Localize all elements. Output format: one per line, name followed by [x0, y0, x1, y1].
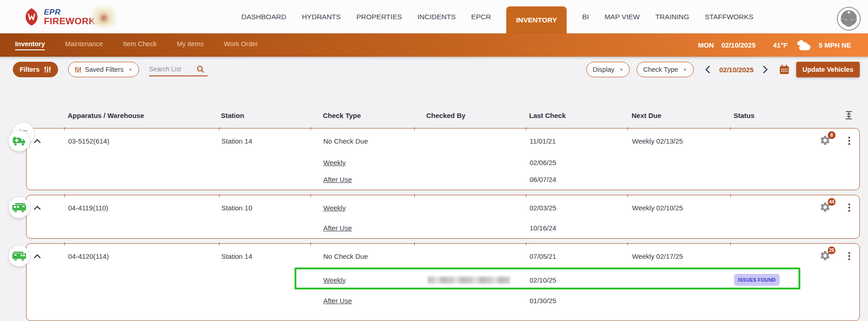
filters-button-label: Filters: [20, 66, 40, 73]
issue-count-badge: 44: [828, 198, 836, 206]
table-subrow-highlighted: Weekly 02/10/25 ISSUES FOUND: [27, 268, 859, 291]
row-menu-button[interactable]: [838, 135, 860, 147]
gear-icon[interactable]: 44: [818, 201, 832, 214]
weather-date: 02/10/2025: [721, 41, 755, 49]
display-label: Display: [593, 66, 615, 73]
check-type-value: No Check Due: [311, 252, 414, 260]
header-apparatus: Apparatus / Warehouse: [64, 112, 219, 119]
station-name: Station 14: [219, 137, 311, 145]
subnav-maintenance[interactable]: Maintenance: [65, 40, 103, 50]
collapse-caret[interactable]: [27, 206, 64, 210]
sliders-icon: [75, 66, 81, 73]
check-type-dropdown[interactable]: Check Type ▼: [637, 62, 693, 77]
ambulance-icon: [9, 130, 30, 151]
apparatus-table: Apparatus / Warehouse Station Check Type…: [0, 102, 868, 321]
nav-hydrants[interactable]: HYDRANTS: [302, 13, 341, 21]
expand-rows-icon[interactable]: [837, 111, 860, 120]
nav-training[interactable]: TRAINING: [655, 13, 689, 21]
chevron-down-icon: ▼: [619, 67, 624, 72]
last-check-value: 06/07/24: [526, 176, 627, 183]
chevron-down-icon: ▼: [683, 67, 687, 72]
cloud-icon: [795, 40, 811, 51]
apparatus-card-3: 04-4120(114) Station 14 No Check Due 07/…: [26, 243, 860, 321]
nav-staffworks[interactable]: STAFFWORKS: [705, 13, 754, 21]
subnav-inventory[interactable]: Inventory: [15, 40, 45, 50]
last-check-value: 10/16/24: [526, 224, 627, 232]
apparatus-name[interactable]: 03-5152(614): [64, 137, 219, 145]
table-subrow: After Use 06/07/24: [27, 171, 859, 190]
apparatus-name[interactable]: 04-4120(114): [64, 252, 219, 260]
table-header-row: Apparatus / Warehouse Station Check Type…: [26, 102, 860, 128]
weather-strip: MON 02/10/2025 41°F 5 MPH NE: [698, 40, 851, 51]
gear-icon[interactable]: 8: [818, 134, 832, 148]
table-subrow: After Use 10/16/24: [27, 220, 859, 238]
chevron-down-icon: ▼: [128, 67, 133, 72]
nav-bi[interactable]: BI: [582, 13, 589, 21]
issue-count-badge: 25: [828, 246, 836, 254]
inventory-sub-nav: Inventory Maintenance Item Check My Item…: [0, 33, 868, 57]
check-type-value: No Check Due: [311, 137, 414, 145]
table-subrow: Weekly 02/06/25: [27, 153, 859, 171]
row-menu-button[interactable]: [838, 202, 860, 214]
weather-day: MON: [698, 41, 714, 49]
next-due-value: Weekly 02/17/25: [627, 252, 730, 260]
apparatus-card-1: 03-5152(614) Station 14 No Check Due 11/…: [26, 128, 860, 190]
next-day-chevron[interactable]: [763, 65, 768, 74]
date-navigator: 02/10/2025: [705, 65, 768, 74]
subnav-my-items[interactable]: My Items: [177, 40, 204, 50]
nav-map-view[interactable]: MAP VIEW: [605, 13, 640, 21]
check-type-link[interactable]: Weekly: [323, 276, 346, 284]
nav-inventory-active[interactable]: INVENTORY: [506, 6, 567, 33]
sliders-icon: [44, 66, 51, 73]
display-dropdown[interactable]: Display ▼: [586, 62, 630, 77]
check-type-link[interactable]: After Use: [323, 224, 352, 232]
issue-count-badge: 8: [828, 131, 836, 139]
weather-temp: 41°F: [773, 41, 788, 49]
table-row: 04-4120(114) Station 14 No Check Due 07/…: [27, 244, 859, 268]
calendar-icon[interactable]: [779, 64, 789, 75]
fire-truck-icon: [9, 246, 30, 267]
subnav-item-check[interactable]: Item Check: [123, 40, 156, 50]
saved-filters-dropdown[interactable]: Saved Filters ▼: [68, 62, 139, 77]
header-check-type: Check Type: [310, 112, 414, 119]
subnav-work-order[interactable]: Work Order: [224, 40, 258, 50]
firefighter-avatar-icon[interactable]: [836, 6, 862, 32]
header-last-check: Last Check: [525, 112, 627, 119]
weather-wind: 5 MPH NE: [819, 41, 851, 49]
saved-filters-label: Saved Filters: [85, 66, 124, 73]
last-check-value: 07/05/21: [526, 252, 627, 260]
nav-dashboard[interactable]: DASHBOARD: [241, 13, 286, 21]
selected-date[interactable]: 02/10/2025: [719, 66, 754, 74]
search-icon[interactable]: [197, 65, 204, 73]
nav-epcr[interactable]: EPCR: [471, 13, 491, 21]
update-vehicles-button[interactable]: Update Vehicles: [796, 62, 860, 77]
flame-shield-icon: [24, 8, 39, 26]
app-logo[interactable]: EPR FIREWORKS: [24, 8, 102, 26]
check-type-link[interactable]: Weekly: [323, 204, 346, 212]
checked-by-redacted: [428, 277, 510, 284]
next-due-value: Weekly 02/10/25: [627, 204, 730, 212]
apparatus-card-2: 04-4119(110) Station 10 Weekly 02/03/25 …: [26, 195, 860, 239]
filters-button[interactable]: Filters: [13, 62, 58, 77]
collapse-caret[interactable]: [27, 254, 64, 258]
check-type-link[interactable]: Weekly: [323, 159, 346, 166]
previous-day-chevron[interactable]: [705, 65, 710, 74]
search-input[interactable]: [149, 65, 197, 73]
table-subrow: After Use 01/30/25: [27, 291, 859, 310]
table-row: 04-4119(110) Station 10 Weekly 02/03/25 …: [27, 195, 859, 220]
header-station: Station: [219, 112, 310, 119]
header-checked-by: Checked By: [414, 112, 525, 119]
main-navigation: DASHBOARD HYDRANTS PROPERTIES INCIDENTS …: [241, 0, 754, 33]
nav-properties[interactable]: PROPERTIES: [356, 13, 402, 21]
fire-truck-icon: [9, 197, 30, 218]
last-check-value: 02/10/25: [526, 276, 627, 284]
nav-incidents[interactable]: INCIDENTS: [418, 13, 456, 21]
check-type-label: Check Type: [643, 66, 678, 73]
check-type-link[interactable]: After Use: [323, 176, 352, 183]
row-menu-button[interactable]: [838, 250, 860, 262]
apparatus-name[interactable]: 04-4119(110): [64, 204, 219, 212]
gear-icon[interactable]: 25: [818, 249, 832, 263]
issues-found-badge[interactable]: ISSUES FOUND: [734, 274, 780, 286]
check-type-link[interactable]: After Use: [323, 297, 352, 305]
next-due-value: Weekly 02/13/25: [627, 137, 730, 145]
